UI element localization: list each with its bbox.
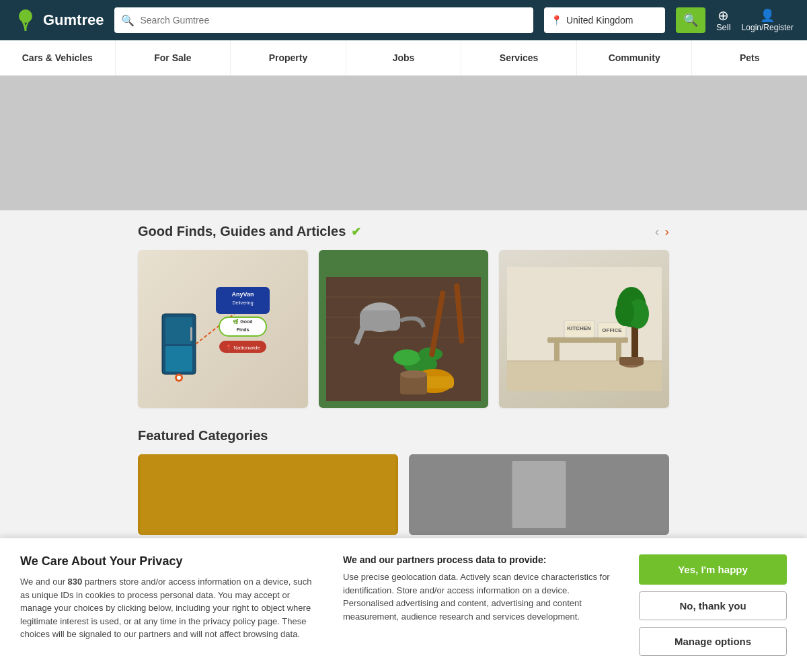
next-arrow-button[interactable]: › — [664, 224, 669, 239]
article-card-1-image: AnyVan Delivering 🌿 Good Finds 📍 Nationw… — [138, 250, 308, 408]
featured-card-1-image — [138, 454, 398, 535]
nav-property[interactable]: Property — [231, 40, 346, 75]
plus-icon: ⊕ — [718, 9, 729, 22]
search-button[interactable]: 🔍 — [676, 7, 705, 33]
prev-arrow-button[interactable]: ‹ — [655, 224, 660, 239]
login-button[interactable]: 👤 Login/Register — [742, 8, 794, 32]
svg-text:🌿 Good: 🌿 Good — [233, 319, 253, 325]
featured-categories-section: Featured Categories — [138, 428, 669, 535]
svg-point-23 — [393, 349, 420, 366]
featured-card-2-image — [409, 454, 669, 535]
svg-rect-34 — [547, 337, 628, 343]
svg-point-0 — [19, 9, 32, 23]
svg-text:AnyVan: AnyVan — [232, 291, 254, 298]
privacy-banner: We Care About Your Privacy We and our 83… — [0, 538, 807, 548]
article-card-1[interactable]: AnyVan Delivering 🌿 Good Finds 📍 Nationw… — [138, 250, 308, 408]
garden-illustration — [326, 277, 481, 401]
location-icon: 📍 — [551, 15, 562, 26]
svg-text:OFFICE: OFFICE — [602, 327, 622, 333]
moving-illustration: KITCHEN OFFICE — [507, 267, 662, 391]
svg-text:Delivering: Delivering — [233, 300, 254, 306]
search-icon: 🔍 — [121, 14, 134, 27]
nav-jobs[interactable]: Jobs — [346, 40, 462, 75]
svg-rect-4 — [190, 327, 192, 341]
svg-point-15 — [177, 376, 181, 380]
nav-pets[interactable]: Pets — [692, 40, 807, 75]
login-label: Login/Register — [742, 23, 794, 32]
articles-title: Good Finds, Guides and Articles ✔ — [138, 224, 361, 239]
svg-point-30 — [400, 370, 427, 378]
svg-rect-2 — [165, 317, 192, 344]
search-input[interactable] — [140, 15, 526, 26]
main-nav: Cars & Vehicles For Sale Property Jobs S… — [0, 40, 807, 76]
svg-rect-3 — [165, 346, 192, 372]
location-value: United Kingdom — [566, 15, 633, 26]
articles-section-header: Good Finds, Guides and Articles ✔ ‹ › — [138, 224, 669, 239]
gumtree-logo-icon — [13, 8, 38, 32]
header: Gumtree 🔍 📍 United Kingdom 🔍 ⊕ Sell 👤 Lo… — [0, 0, 807, 40]
nav-services[interactable]: Services — [461, 40, 577, 75]
featured-card-2[interactable] — [409, 454, 669, 535]
sell-button[interactable]: ⊕ Sell — [716, 9, 731, 32]
svg-rect-51 — [512, 461, 566, 528]
svg-point-45 — [615, 299, 634, 326]
articles-cards-row: AnyVan Delivering 🌿 Good Finds 📍 Nationw… — [138, 250, 669, 408]
svg-rect-35 — [554, 343, 560, 361]
search-bar: 🔍 — [114, 7, 533, 33]
nav-community[interactable]: Community — [577, 40, 693, 75]
svg-rect-21 — [360, 310, 400, 331]
svg-rect-47 — [619, 357, 644, 365]
featured-title: Featured Categories — [138, 428, 669, 444]
carousel-arrows: ‹ › — [655, 224, 669, 239]
svg-text:📍 Nationwide: 📍 Nationwide — [225, 344, 260, 351]
banner-area — [0, 76, 807, 210]
anyvan-illustration: AnyVan Delivering 🌿 Good Finds 📍 Nationw… — [155, 267, 290, 391]
location-bar[interactable]: 📍 United Kingdom — [544, 7, 665, 33]
logo-text: Gumtree — [43, 11, 104, 29]
nav-for-sale[interactable]: For Sale — [116, 40, 231, 75]
featured-card-1[interactable] — [138, 454, 398, 535]
article-card-2[interactable]: Gardening 101 — [319, 250, 489, 408]
article-card-3[interactable]: KITCHEN OFFICE 30 Moving House H... — [499, 250, 669, 408]
article-card-3-image: KITCHEN OFFICE — [499, 250, 669, 408]
svg-rect-49 — [141, 454, 396, 535]
verified-badge-icon: ✔ — [351, 224, 361, 239]
user-icon: 👤 — [760, 8, 775, 23]
sell-label: Sell — [716, 22, 731, 32]
article-card-2-image — [319, 250, 489, 408]
svg-text:KITCHEN: KITCHEN — [567, 325, 591, 331]
logo[interactable]: Gumtree — [13, 8, 104, 32]
featured-cards-row — [138, 454, 669, 535]
nav-cars-vehicles[interactable]: Cars & Vehicles — [0, 40, 116, 75]
svg-text:Finds: Finds — [237, 327, 249, 332]
header-actions: ⊕ Sell 👤 Login/Register — [716, 8, 794, 32]
articles-title-text: Good Finds, Guides and Articles — [138, 224, 346, 239]
